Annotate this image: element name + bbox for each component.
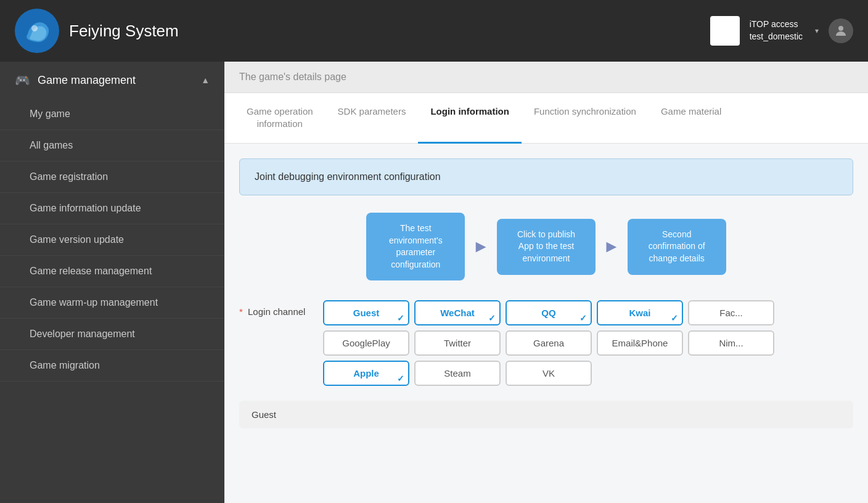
tab-function-synchronization[interactable]: Function synchronization — [522, 93, 649, 144]
channel-btn-twitter[interactable]: Twitter — [414, 330, 501, 356]
channel-btn-wechat[interactable]: WeChat — [414, 300, 501, 325]
sidebar-item-game-warmup-management[interactable]: Game warm-up management — [0, 287, 224, 319]
user-access-label: iTOP access — [750, 18, 803, 31]
channel-btn-kwai[interactable]: Kwai — [597, 300, 683, 325]
flow-step-3[interactable]: Second confirmation of change details — [628, 219, 726, 275]
channel-grid: Guest WeChat QQ Kwai Fac... GooglePlay T… — [323, 300, 774, 386]
login-channel-label: * Login channel — [239, 300, 313, 317]
tabs-bar: Game operation information SDK parameter… — [224, 93, 868, 144]
tab-game-operation-info[interactable]: Game operation information — [234, 93, 326, 144]
svg-point-2 — [838, 26, 843, 31]
user-info[interactable]: iTOP access test_domestic — [750, 18, 803, 43]
svg-point-1 — [31, 25, 38, 31]
user-avatar[interactable] — [829, 18, 853, 43]
sidebar-item-game-registration[interactable]: Game registration — [0, 162, 224, 193]
game-management-icon: 🎮 — [15, 73, 30, 88]
channel-btn-facebook[interactable]: Fac... — [688, 300, 774, 325]
app-logo — [15, 9, 59, 53]
guest-section: Guest — [239, 401, 853, 428]
channel-btn-vk[interactable]: VK — [506, 361, 592, 386]
tab-game-material[interactable]: Game material — [649, 93, 734, 144]
sidebar-item-game-release-management[interactable]: Game release management — [0, 256, 224, 287]
app-title: Feiying System — [69, 22, 710, 41]
channel-btn-emailphone[interactable]: Email&Phone — [597, 330, 683, 356]
sidebar: 🎮 Game management ▲ My game All games Ga… — [0, 62, 224, 503]
flow-step-2[interactable]: Click to publish App to the test environ… — [497, 219, 596, 275]
required-mark: * — [239, 306, 243, 317]
channel-btn-nimo[interactable]: Nim... — [688, 330, 774, 356]
channel-btn-garena[interactable]: Garena — [506, 330, 592, 356]
banner: Joint debugging environment configuratio… — [239, 158, 853, 195]
login-channel-text: Login channel — [248, 306, 305, 317]
banner-text: Joint debugging environment configuratio… — [255, 171, 441, 182]
channel-btn-qq[interactable]: QQ — [506, 300, 592, 325]
page-title: The game's details page — [239, 72, 346, 82]
login-channel-section: * Login channel Guest WeChat QQ Kwai Fac… — [239, 300, 853, 386]
tab-sdk-parameters[interactable]: SDK parameters — [326, 93, 419, 144]
page-title-bar: The game's details page — [224, 62, 868, 93]
flow-arrow-1: ► — [472, 237, 489, 256]
sidebar-section-label: Game management — [38, 74, 136, 87]
sidebar-item-game-information-update[interactable]: Game information update — [0, 193, 224, 224]
sidebar-section-header[interactable]: 🎮 Game management ▲ — [0, 62, 224, 99]
header: Feiying System iTOP access test_domestic… — [0, 0, 868, 62]
sidebar-chevron-icon: ▲ — [201, 75, 210, 85]
sidebar-item-all-games[interactable]: All games — [0, 130, 224, 162]
content-area: The game's details page Game operation i… — [224, 62, 868, 503]
channel-btn-steam[interactable]: Steam — [414, 361, 501, 386]
sidebar-item-my-game[interactable]: My game — [0, 99, 224, 130]
guest-section-label: Guest — [252, 409, 276, 420]
sidebar-item-developer-management[interactable]: Developer management — [0, 319, 224, 350]
header-white-box — [710, 16, 740, 46]
channel-btn-guest[interactable]: Guest — [323, 300, 409, 325]
flow-steps: The test environment's parameter configu… — [239, 213, 853, 280]
user-name-label: test_domestic — [750, 31, 803, 43]
flow-step-1[interactable]: The test environment's parameter configu… — [366, 213, 465, 280]
channel-btn-apple[interactable]: Apple — [323, 361, 409, 386]
header-right: iTOP access test_domestic ▾ — [710, 16, 853, 46]
sidebar-item-game-version-update[interactable]: Game version update — [0, 224, 224, 256]
main-layout: 🎮 Game management ▲ My game All games Ga… — [0, 62, 868, 503]
tab-login-information[interactable]: Login information — [418, 93, 521, 144]
flow-arrow-2: ► — [603, 237, 620, 256]
sidebar-item-game-migration[interactable]: Game migration — [0, 350, 224, 382]
content-body: Joint debugging environment configuratio… — [224, 144, 868, 503]
channel-btn-googleplay[interactable]: GooglePlay — [323, 330, 409, 356]
dropdown-icon[interactable]: ▾ — [815, 27, 819, 35]
